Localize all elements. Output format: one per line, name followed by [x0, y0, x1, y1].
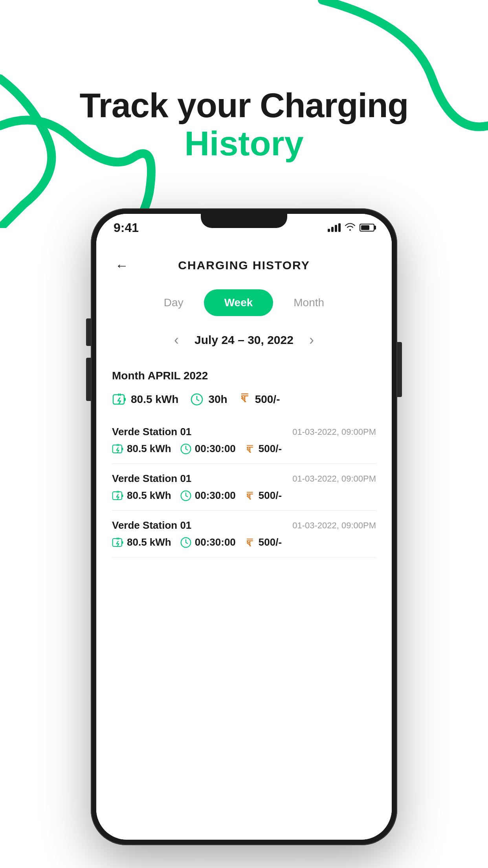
summary-cost: 500/- [238, 392, 280, 407]
svg-rect-4 [122, 447, 123, 450]
app-header: ← CHARGING HISTORY [96, 241, 392, 283]
station-item-header: Verde Station 01 01-03-2022, 09:00PM [112, 519, 376, 531]
detail-energy: 80.5 kWh [112, 443, 171, 455]
month-title: Month APRIL 2022 [112, 370, 376, 382]
clock-small-icon [180, 537, 192, 548]
wifi-icon [345, 222, 356, 233]
next-date-button[interactable]: › [305, 328, 318, 352]
clock-small-icon [180, 443, 192, 455]
station-item-header: Verde Station 01 01-03-2022, 09:00PM [112, 426, 376, 438]
month-summary-section: Month APRIL 2022 [96, 362, 392, 417]
charging-small-icon [112, 443, 124, 455]
station-name: Verde Station 01 [112, 519, 191, 531]
charging-icon [112, 392, 127, 407]
summary-energy-value: 80.5 kWh [131, 393, 178, 406]
signal-icon [328, 223, 341, 232]
station-date: 01-03-2022, 09:00PM [292, 474, 376, 484]
station-date: 01-03-2022, 09:00PM [292, 427, 376, 437]
phone-volume-btn2 [86, 358, 91, 401]
tab-week[interactable]: Week [204, 289, 273, 316]
station-details: 80.5 kWh 00:30:00 [112, 443, 376, 455]
summary-duration-value: 30h [208, 393, 227, 406]
rupee-small-icon [244, 537, 255, 548]
station-details: 80.5 kWh 00:30:00 [112, 536, 376, 548]
battery-icon [360, 224, 374, 232]
phone-volume-btn [86, 318, 91, 346]
detail-duration-value: 00:30:00 [195, 489, 236, 502]
svg-rect-10 [122, 541, 123, 544]
station-item: Verde Station 01 01-03-2022, 09:00PM [112, 417, 376, 464]
detail-cost-value: 500/- [259, 536, 282, 548]
svg-rect-1 [124, 398, 126, 401]
detail-energy: 80.5 kWh [112, 536, 171, 548]
charging-small-icon [112, 490, 124, 502]
prev-date-button[interactable]: ‹ [170, 328, 183, 352]
rupee-small-icon [244, 443, 255, 454]
station-details: 80.5 kWh 00:30:00 [112, 489, 376, 502]
detail-energy-value: 80.5 kWh [127, 443, 171, 455]
tab-switcher: Day Week Month [96, 283, 392, 324]
station-list: Verde Station 01 01-03-2022, 09:00PM [96, 417, 392, 557]
detail-cost: 500/- [244, 443, 282, 455]
status-time: 9:41 [114, 221, 139, 235]
detail-duration: 00:30:00 [180, 489, 236, 502]
headline-line2: History [0, 125, 488, 163]
summary-duration: 30h [189, 392, 227, 407]
detail-duration-value: 00:30:00 [195, 536, 236, 548]
summary-energy: 80.5 kWh [112, 392, 178, 407]
summary-row: 80.5 kWh 30h [112, 388, 376, 413]
svg-rect-7 [122, 494, 123, 497]
rupee-icon [238, 392, 251, 407]
summary-cost-value: 500/- [255, 393, 280, 406]
detail-energy: 80.5 kWh [112, 489, 171, 502]
app-content: ← CHARGING HISTORY Day Week Month ‹ July… [96, 241, 392, 840]
phone-notch [201, 214, 287, 228]
page-title: CHARGING HISTORY [132, 259, 356, 272]
detail-duration-value: 00:30:00 [195, 443, 236, 455]
back-arrow-icon: ← [115, 259, 128, 272]
station-name: Verde Station 01 [112, 426, 191, 438]
clock-icon [189, 392, 204, 407]
station-item: Verde Station 01 01-03-2022, 09:00PM [112, 511, 376, 557]
date-navigation: ‹ July 24 – 30, 2022 › [96, 324, 392, 362]
clock-small-icon [180, 490, 192, 502]
tab-month[interactable]: Month [273, 289, 345, 316]
station-name: Verde Station 01 [112, 473, 191, 485]
headline-line1: Track your Charging [0, 86, 488, 125]
date-range-display: July 24 – 30, 2022 [194, 333, 294, 347]
station-item: Verde Station 01 01-03-2022, 09:00PM [112, 464, 376, 511]
detail-cost-value: 500/- [259, 489, 282, 502]
detail-duration: 00:30:00 [180, 536, 236, 548]
tab-day[interactable]: Day [143, 289, 204, 316]
headline-section: Track your Charging History [0, 86, 488, 163]
detail-cost-value: 500/- [259, 443, 282, 455]
detail-duration: 00:30:00 [180, 443, 236, 455]
station-date: 01-03-2022, 09:00PM [292, 520, 376, 531]
phone-power-btn [397, 342, 402, 397]
detail-energy-value: 80.5 kWh [127, 536, 171, 548]
detail-cost: 500/- [244, 536, 282, 548]
rupee-small-icon [244, 490, 255, 501]
station-item-header: Verde Station 01 01-03-2022, 09:00PM [112, 473, 376, 485]
detail-energy-value: 80.5 kWh [127, 489, 171, 502]
phone-mockup: 9:41 [91, 208, 397, 845]
back-button[interactable]: ← [112, 256, 132, 275]
status-icons [328, 222, 374, 233]
charging-small-icon [112, 537, 124, 548]
detail-cost: 500/- [244, 489, 282, 502]
